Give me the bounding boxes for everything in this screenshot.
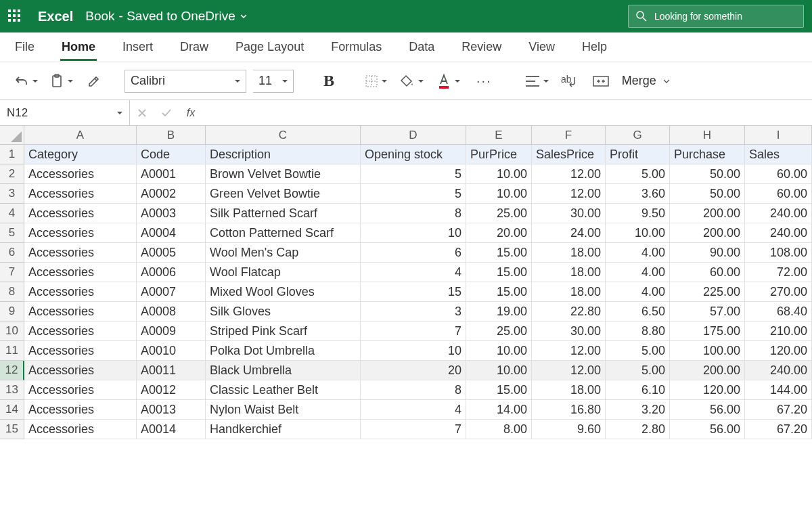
cell[interactable]: Classic Leather Belt bbox=[206, 380, 361, 400]
cell[interactable]: 18.00 bbox=[532, 282, 606, 302]
column-header-I[interactable]: I bbox=[745, 126, 812, 145]
cell[interactable]: 240.00 bbox=[745, 361, 812, 380]
cell[interactable]: 8.80 bbox=[606, 321, 670, 341]
cell[interactable]: 12.00 bbox=[532, 164, 606, 184]
select-all-corner[interactable] bbox=[0, 126, 24, 145]
cell[interactable]: Handkerchief bbox=[206, 420, 361, 439]
cell[interactable]: 24.00 bbox=[532, 223, 606, 243]
cell[interactable]: 14.00 bbox=[466, 400, 532, 420]
cell[interactable]: Accessories bbox=[24, 321, 137, 341]
paste-button[interactable] bbox=[47, 69, 76, 93]
cell[interactable]: Accessories bbox=[24, 263, 137, 282]
cell[interactable]: 8.00 bbox=[466, 420, 532, 439]
cell[interactable]: SalesPrice bbox=[532, 145, 606, 164]
cell[interactable]: A0006 bbox=[137, 263, 206, 282]
cell[interactable]: 56.00 bbox=[670, 420, 745, 439]
row-header-10[interactable]: 10 bbox=[0, 321, 24, 341]
tab-view[interactable]: View bbox=[527, 35, 556, 60]
cell[interactable]: 56.00 bbox=[670, 400, 745, 420]
cell[interactable]: 200.00 bbox=[670, 204, 745, 223]
cell[interactable]: 60.00 bbox=[745, 184, 812, 204]
cell[interactable]: 67.20 bbox=[745, 400, 812, 420]
cell[interactable]: 175.00 bbox=[670, 321, 745, 341]
cell[interactable]: A0012 bbox=[137, 380, 206, 400]
cell[interactable]: 10.00 bbox=[466, 164, 532, 184]
cell[interactable]: 10.00 bbox=[466, 341, 532, 361]
align-button[interactable] bbox=[522, 69, 551, 93]
cell[interactable]: 3.60 bbox=[606, 184, 670, 204]
column-header-F[interactable]: F bbox=[532, 126, 606, 145]
cell[interactable]: Accessories bbox=[24, 380, 137, 400]
cell[interactable]: 15.00 bbox=[466, 282, 532, 302]
cell[interactable]: Purchase bbox=[670, 145, 745, 164]
cell[interactable]: 57.00 bbox=[670, 302, 745, 321]
cell[interactable]: 10.00 bbox=[466, 361, 532, 380]
cell[interactable]: 60.00 bbox=[670, 263, 745, 282]
cell[interactable]: 6.10 bbox=[606, 380, 670, 400]
tab-home[interactable]: Home bbox=[60, 35, 97, 60]
cell[interactable]: 10.00 bbox=[606, 223, 670, 243]
column-header-A[interactable]: A bbox=[24, 126, 137, 145]
cell[interactable]: 25.00 bbox=[466, 321, 532, 341]
cell[interactable]: Code bbox=[137, 145, 206, 164]
cell[interactable]: A0013 bbox=[137, 400, 206, 420]
cell[interactable]: 30.00 bbox=[532, 204, 606, 223]
font-size-select[interactable]: 11 bbox=[253, 70, 294, 93]
cell[interactable]: 120.00 bbox=[670, 380, 745, 400]
cell[interactable]: 68.40 bbox=[745, 302, 812, 321]
cell[interactable]: 15.00 bbox=[466, 263, 532, 282]
cell[interactable]: Accessories bbox=[24, 164, 137, 184]
tab-insert[interactable]: Insert bbox=[121, 35, 154, 60]
cell[interactable]: 67.20 bbox=[745, 420, 812, 439]
cell[interactable]: 5 bbox=[361, 164, 466, 184]
cell[interactable]: Accessories bbox=[24, 243, 137, 263]
cell[interactable]: 120.00 bbox=[745, 341, 812, 361]
bold-button[interactable]: B bbox=[317, 69, 341, 93]
cell[interactable]: 240.00 bbox=[745, 223, 812, 243]
column-header-H[interactable]: H bbox=[670, 126, 745, 145]
cell[interactable]: 3.20 bbox=[606, 400, 670, 420]
cell[interactable]: Accessories bbox=[24, 361, 137, 380]
cell[interactable]: Black Umbrella bbox=[206, 361, 361, 380]
row-header-14[interactable]: 14 bbox=[0, 400, 24, 420]
cell[interactable]: Accessories bbox=[24, 184, 137, 204]
cell[interactable]: Silk Patterned Scarf bbox=[206, 204, 361, 223]
cell[interactable]: 60.00 bbox=[745, 164, 812, 184]
cell[interactable]: 8 bbox=[361, 380, 466, 400]
merge-button[interactable] bbox=[589, 69, 612, 93]
cell[interactable]: A0005 bbox=[137, 243, 206, 263]
cell[interactable]: 50.00 bbox=[670, 164, 745, 184]
row-header-5[interactable]: 5 bbox=[0, 223, 24, 243]
cell[interactable]: 4.00 bbox=[606, 263, 670, 282]
cell[interactable]: A0014 bbox=[137, 420, 206, 439]
tab-help[interactable]: Help bbox=[581, 35, 608, 60]
cell[interactable]: Accessories bbox=[24, 400, 137, 420]
cell[interactable]: 4.00 bbox=[606, 243, 670, 263]
cell[interactable]: 10 bbox=[361, 223, 466, 243]
cell[interactable]: 200.00 bbox=[670, 361, 745, 380]
cell[interactable]: Sales bbox=[745, 145, 812, 164]
search-input[interactable]: Looking for somethin bbox=[628, 5, 804, 28]
cell[interactable]: 10.00 bbox=[466, 184, 532, 204]
tab-page-layout[interactable]: Page Layout bbox=[234, 35, 305, 60]
column-header-C[interactable]: C bbox=[206, 126, 361, 145]
document-name[interactable]: Book - Saved to OneDrive bbox=[85, 9, 247, 24]
row-header-15[interactable]: 15 bbox=[0, 420, 24, 439]
cell[interactable]: Accessories bbox=[24, 282, 137, 302]
cell[interactable]: 6 bbox=[361, 243, 466, 263]
cell[interactable]: 19.00 bbox=[466, 302, 532, 321]
cell[interactable]: 16.80 bbox=[532, 400, 606, 420]
font-name-select[interactable]: Calibri bbox=[125, 70, 246, 93]
cell[interactable]: 20 bbox=[361, 361, 466, 380]
cell[interactable]: 5.00 bbox=[606, 361, 670, 380]
formula-input[interactable] bbox=[203, 100, 812, 125]
cell[interactable]: Opening stock bbox=[361, 145, 466, 164]
cell[interactable]: 225.00 bbox=[670, 282, 745, 302]
cell[interactable]: Accessories bbox=[24, 341, 137, 361]
cell[interactable]: 12.00 bbox=[532, 361, 606, 380]
cell[interactable]: A0011 bbox=[137, 361, 206, 380]
tab-review[interactable]: Review bbox=[460, 35, 503, 60]
row-header-9[interactable]: 9 bbox=[0, 302, 24, 321]
cell[interactable]: Description bbox=[206, 145, 361, 164]
cell[interactable]: Profit bbox=[606, 145, 670, 164]
